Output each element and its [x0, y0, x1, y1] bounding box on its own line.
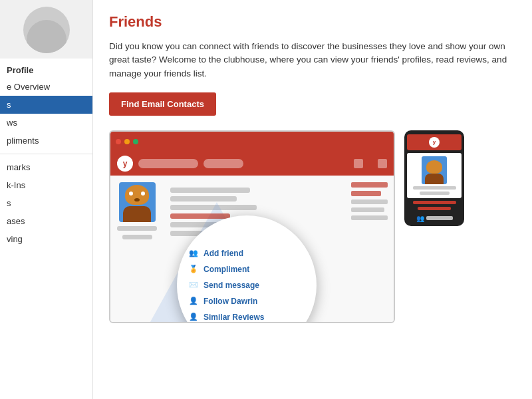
dot-yellow — [124, 139, 130, 144]
dog-nose — [134, 198, 140, 201]
right-gray-1 — [351, 200, 388, 204]
menu-item-send-message[interactable]: ✉️ Send message — [189, 281, 259, 290]
illustration-area: y — [109, 130, 516, 323]
sidebar-item-reviews[interactable]: ws — [0, 114, 92, 132]
description-text: Did you know you can connect with friend… — [109, 40, 516, 80]
mockup-nav-bar: y — [110, 152, 394, 176]
right-gray-3 — [351, 215, 388, 220]
nav-search-bar — [138, 159, 198, 168]
yelp-logo-nav: y — [117, 156, 133, 172]
dog-eye-left — [129, 192, 133, 196]
menu-item-add-friend[interactable]: 👥 Add friend — [189, 249, 243, 258]
dot-red — [116, 139, 121, 144]
desktop-mockup: y — [109, 130, 395, 323]
award-icon: 🏅 — [189, 265, 198, 273]
page-title: Friends — [109, 13, 516, 31]
nav-location-bar — [203, 159, 243, 168]
menu-item-follow[interactable]: 👤 Follow Dawrin — [189, 297, 257, 306]
mobile-red-line-2 — [418, 207, 451, 210]
right-block-1 — [351, 182, 388, 188]
find-email-contacts-button[interactable]: Find Email Contacts — [109, 92, 216, 116]
person-add-icon: 👥 — [189, 249, 198, 257]
mobile-yelp-logo: y — [429, 137, 440, 148]
menu-item-label: Add friend — [203, 249, 243, 258]
mobile-sub-line — [420, 192, 450, 195]
right-block-2 — [351, 191, 381, 196]
avatar-body — [27, 20, 66, 53]
mock-sub-line — [122, 235, 152, 239]
mobile-gray-block — [426, 216, 453, 220]
menu-item-compliment[interactable]: 🏅 Compliment — [189, 265, 249, 274]
menu-item-label: Follow Dawrin — [203, 297, 257, 306]
mockup-right-col — [347, 176, 394, 322]
mobile-friends-row: 👥 — [416, 215, 453, 222]
menu-item-label: Send message — [203, 281, 259, 290]
sidebar-item-photos[interactable]: s — [0, 194, 92, 212]
menu-item-label: Compliment — [203, 265, 249, 274]
mobile-friends-icon: 👥 — [416, 215, 424, 222]
sidebar-item-following[interactable]: ving — [0, 230, 92, 248]
mobile-dog-avatar — [422, 156, 447, 184]
right-gray-2 — [351, 207, 384, 212]
avatar — [23, 7, 70, 53]
sidebar-avatar-section — [0, 0, 92, 59]
mock-line-red — [170, 213, 230, 219]
sidebar-item-overview[interactable]: e Overview — [0, 78, 92, 96]
mobile-name-line — [413, 186, 456, 190]
person-follow-icon: 👤 — [189, 297, 198, 305]
sidebar-divider — [0, 154, 92, 154]
mobile-nav-bar: y — [407, 134, 462, 150]
mock-line-1 — [170, 188, 250, 193]
menu-item-label: Similar Reviews — [203, 313, 264, 322]
mobile-mockup: y 👥 — [404, 130, 464, 226]
mock-line-2 — [170, 196, 237, 201]
mobile-red-line-1 — [413, 201, 456, 204]
envelope-icon: ✉️ — [189, 281, 198, 289]
dog-body — [123, 206, 151, 222]
nav-action-btn — [354, 159, 363, 168]
sidebar-item-checkins[interactable]: k-Ins — [0, 176, 92, 194]
sidebar-item-bookmarks[interactable]: marks — [0, 158, 92, 176]
dog-head — [125, 185, 149, 205]
mobile-profile-card — [407, 153, 462, 198]
dog-eye-right — [141, 192, 145, 196]
sidebar-item-compliments[interactable]: pliments — [0, 132, 92, 150]
main-content: Friends Did you know you can connect wit… — [93, 0, 532, 399]
sidebar-item-businesses[interactable]: ases — [0, 212, 92, 230]
sidebar: Profile e Overview s ws pliments marks k… — [0, 0, 93, 399]
nav-profile-btn — [378, 159, 387, 168]
sidebar-item-friends[interactable]: s — [0, 96, 92, 114]
person-similar-icon: 👤 — [189, 313, 198, 321]
mobile-dog-head — [426, 160, 442, 174]
mockup-titlebar — [110, 132, 394, 152]
dot-green — [133, 139, 138, 144]
mockup-body: 👥 Add friend 🏅 Compliment ✉️ Send messag… — [110, 176, 394, 322]
menu-item-similar-reviews[interactable]: 👤 Similar Reviews — [189, 313, 264, 322]
sidebar-section-title: Profile — [0, 59, 92, 78]
mobile-dog-body — [425, 174, 444, 184]
